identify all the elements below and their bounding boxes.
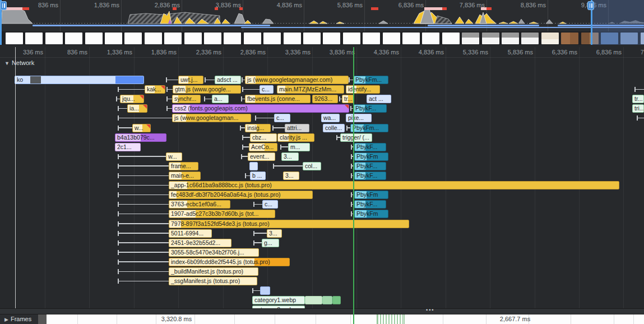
network-request[interactable]: w... (166, 152, 182, 161)
filmstrip-screenshot[interactable] (462, 33, 479, 44)
network-request[interactable]: tr... (632, 95, 644, 103)
network-request[interactable]: js (www.googletagmanager.com) (245, 76, 349, 84)
filmstrip-screenshot[interactable] (284, 33, 301, 44)
network-request[interactable]: tr... (342, 95, 354, 103)
network-request[interactable]: 7978-897f3a152fd54de3.js (totus.pro) (169, 220, 409, 228)
filmstrip-screenshot[interactable] (85, 33, 103, 44)
network-request[interactable]: b4a13b079c... (115, 133, 166, 142)
network-request[interactable]: synchr... (172, 95, 201, 103)
network-request[interactable]: uwt.j... (178, 76, 203, 84)
network-request[interactable]: _ssgManifest.js (totus.pro) (169, 277, 257, 285)
filmstrip-screenshot[interactable] (303, 33, 321, 44)
network-request[interactable]: wa... (321, 114, 340, 122)
network-request[interactable]: js (www.googletagman... (172, 114, 251, 122)
network-request[interactable]: fbevents.js (conne... (245, 95, 311, 103)
network-request[interactable]: main.MTZjMzEzMm... (277, 85, 344, 94)
expand-triangle-icon[interactable]: ▶ (4, 317, 8, 322)
network-request[interactable]: 2451-9e32b55d2... (169, 239, 231, 247)
network-request[interactable]: 2c1... (115, 143, 141, 151)
network-request[interactable]: category1.webp (252, 296, 305, 304)
frames-track-header[interactable]: ▶Frames (4, 316, 31, 322)
network-request[interactable]: 3055-58c5470e34b2f706.j... (169, 248, 259, 257)
timeline-overview[interactable]: 836 ms1,836 ms2,836 ms3,836 ms4,836 ms5,… (0, 0, 644, 45)
filmstrip-screenshot[interactable] (204, 33, 221, 44)
network-request[interactable]: PbykFm... (353, 76, 388, 84)
filmstrip-screenshot[interactable] (25, 33, 43, 44)
network-request[interactable]: PbykFm (354, 210, 388, 218)
network-request[interactable]: b ... (250, 172, 266, 180)
network-request[interactable] (322, 296, 332, 304)
network-request[interactable]: 1907-ad5c27c3b3b7d60b.js (tot... (169, 210, 275, 218)
network-request[interactable]: 5011-6994... (169, 229, 212, 238)
network-request[interactable]: PbykF... (354, 143, 386, 151)
network-request[interactable]: 3... (281, 152, 299, 161)
filmstrip-screenshot[interactable] (363, 33, 380, 44)
network-request[interactable]: pixe... (346, 114, 372, 122)
network-request[interactable]: PbykFm (354, 191, 388, 199)
network-request[interactable]: g... (262, 239, 279, 247)
network-request[interactable]: 3... (283, 172, 299, 180)
network-request[interactable]: tri... (632, 104, 644, 113)
network-request[interactable]: _app-1c66d1ba9a888bcc.js (totus.pro) (169, 181, 619, 189)
network-request[interactable]: cbz... (250, 133, 277, 142)
network-request[interactable]: fec483df-db3f7b2046a0a64a.js (totus.pro) (169, 191, 313, 199)
filmstrip-screenshot[interactable] (402, 33, 420, 44)
network-request[interactable]: AceCo... (249, 143, 277, 151)
filmstrip-screenshot[interactable] (224, 33, 241, 44)
network-request[interactable]: jqu... (120, 95, 144, 103)
network-request[interactable]: w... (132, 124, 151, 132)
network-request[interactable]: colle... (323, 124, 345, 132)
network-request[interactable] (305, 296, 322, 304)
network-request[interactable]: PbykF... (354, 162, 386, 170)
network-request[interactable]: act ... (367, 95, 391, 103)
filmstrip-screenshot[interactable] (343, 33, 360, 44)
network-request[interactable]: gtm.js (www.google... (173, 85, 241, 94)
collapse-triangle-icon[interactable]: ▼ (4, 61, 10, 66)
filmstrip-screenshot[interactable] (541, 33, 559, 44)
network-request[interactable]: 3... (267, 229, 282, 238)
network-request[interactable]: identify... (346, 85, 380, 94)
filmstrip-screenshot[interactable] (442, 33, 460, 44)
network-request[interactable]: category2.webp (252, 306, 305, 308)
network-request[interactable]: a... (212, 95, 229, 103)
network-request[interactable]: PbykF... (353, 104, 387, 113)
network-track-header[interactable]: ▼Network (4, 59, 34, 66)
network-request[interactable]: frame... (169, 162, 198, 170)
network-request[interactable]: insig... (245, 124, 271, 132)
filmstrip-screenshot[interactable] (263, 33, 281, 44)
filmstrip-screenshot[interactable] (521, 33, 539, 44)
network-request[interactable]: index-6b09fcdd8e2f5445.js (totus.pro) (169, 258, 290, 266)
network-request[interactable]: c... (262, 200, 278, 209)
filmstrip-screenshot[interactable] (482, 33, 499, 44)
network-request[interactable]: c... (260, 85, 274, 94)
network-track[interactable]: ▼Network ko uwt.j...adsct ...js (www.goo… (0, 58, 644, 308)
filmstrip-screenshot[interactable] (323, 33, 340, 44)
network-request[interactable]: PbykF... (354, 172, 386, 180)
filmstrip-screenshot[interactable] (422, 33, 439, 44)
filmstrip-screenshot[interactable] (184, 33, 202, 44)
frames-track[interactable]: ▶Frames 3,320.8 ms2,667.7 ms (0, 314, 644, 324)
filmstrip-screenshot[interactable] (383, 33, 400, 44)
network-request[interactable]: ia... (127, 104, 147, 113)
network-request[interactable]: 3763-ecbc1ef0a6... (169, 200, 230, 209)
filmstrip-screenshot[interactable] (45, 33, 63, 44)
network-request[interactable]: attri... (285, 124, 309, 132)
network-request[interactable]: main-e... (169, 172, 201, 180)
network-request[interactable]: css2 (fonts.googleapis.com) (172, 104, 349, 113)
network-request[interactable]: col... (303, 162, 321, 170)
filmstrip-screenshot[interactable] (145, 33, 162, 44)
network-request[interactable]: PbykF... (354, 200, 386, 209)
network-request[interactable]: _buildManifest.js (totus.pro) (169, 267, 258, 276)
network-request[interactable]: event... (248, 152, 275, 161)
timeline-ruler[interactable]: 336 ms836 ms1,336 ms1,836 ms2,336 ms2,83… (0, 47, 644, 58)
network-request[interactable]: PbykFm (354, 152, 388, 161)
network-request[interactable] (249, 162, 258, 170)
network-request[interactable] (260, 286, 270, 295)
filmstrip-screenshot[interactable] (164, 33, 182, 44)
range-handle-left-grip[interactable] (0, 1, 7, 10)
network-request[interactable]: trigger/ (... (340, 133, 372, 142)
divider-drag-handle[interactable]: ••• (426, 307, 434, 313)
filmstrip-screenshot[interactable] (561, 33, 578, 44)
filmstrip-screenshot[interactable] (6, 33, 23, 44)
filmstrip-screenshot[interactable] (65, 33, 82, 44)
